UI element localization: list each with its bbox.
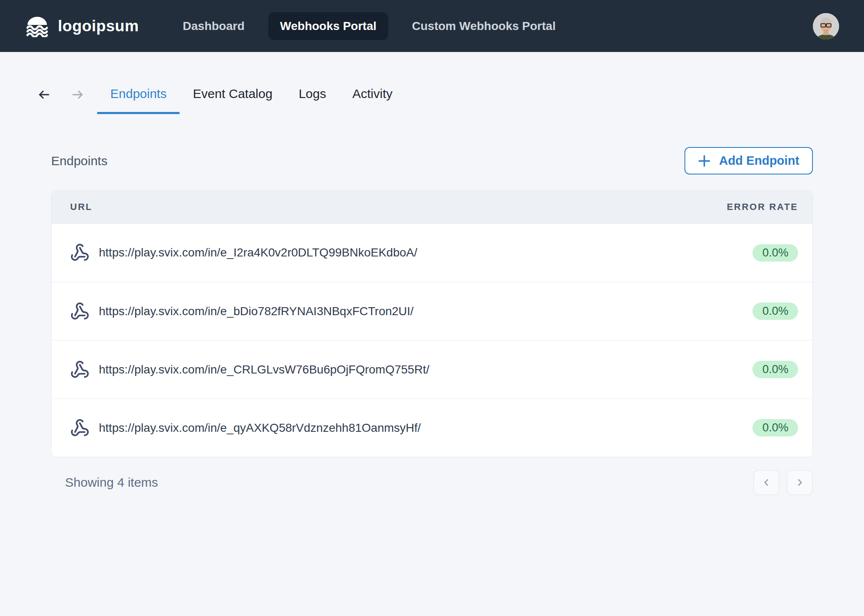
arrow-left-icon[interactable] — [38, 88, 50, 101]
tab-logs[interactable]: Logs — [286, 75, 339, 114]
user-avatar[interactable] — [813, 13, 839, 39]
prev-page-button[interactable] — [753, 470, 780, 495]
add-endpoint-button[interactable]: Add Endpoint — [684, 147, 813, 174]
webhook-icon — [70, 360, 90, 379]
webhook-icon — [70, 302, 90, 321]
table-row[interactable]: https://play.svix.com/in/e_bDio782fRYNAI… — [52, 282, 812, 340]
error-rate-badge: 0.0% — [752, 419, 798, 436]
endpoint-url: https://play.svix.com/in/e_bDio782fRYNAI… — [99, 305, 414, 318]
page-title: Endpoints — [51, 154, 107, 168]
table-row[interactable]: https://play.svix.com/in/e_qyAXKQ58rVdzn… — [52, 398, 812, 457]
section-header: Endpoints Add Endpoint — [51, 147, 813, 174]
logoipsum-logo-icon — [25, 15, 49, 37]
endpoint-url: https://play.svix.com/in/e_I2ra4K0v2r0DL… — [99, 246, 417, 259]
tab-activity[interactable]: Activity — [339, 75, 406, 114]
brand-name: logoipsum — [58, 17, 139, 35]
tab-endpoints[interactable]: Endpoints — [97, 75, 180, 114]
pagination — [753, 470, 813, 495]
table-header-row: URL ERROR RATE — [52, 191, 812, 224]
endpoint-url: https://play.svix.com/in/e_CRLGLvsW76Bu6… — [99, 363, 429, 376]
top-navbar: logoipsum Dashboard Webhooks Portal Cust… — [0, 0, 864, 52]
nav-item-custom-webhooks-portal[interactable]: Custom Webhooks Portal — [400, 12, 567, 40]
history-arrows — [38, 88, 84, 101]
column-header-error-rate: ERROR RATE — [727, 202, 798, 213]
plus-icon — [698, 155, 711, 167]
error-rate-badge: 0.0% — [752, 303, 798, 320]
table-row[interactable]: https://play.svix.com/in/e_CRLGLvsW76Bu6… — [52, 340, 812, 398]
webhook-icon — [70, 418, 90, 438]
add-endpoint-label: Add Endpoint — [719, 154, 799, 168]
main-content: Endpoints Event Catalog Logs Activity En… — [0, 75, 864, 495]
endpoint-url: https://play.svix.com/in/e_qyAXKQ58rVdzn… — [99, 421, 421, 435]
webhook-icon — [70, 243, 90, 262]
column-header-url: URL — [70, 202, 93, 213]
table-row[interactable]: https://play.svix.com/in/e_I2ra4K0v2r0DL… — [52, 224, 812, 282]
next-page-button[interactable] — [787, 470, 813, 495]
brand[interactable]: logoipsum — [25, 15, 139, 37]
nav-item-dashboard[interactable]: Dashboard — [171, 12, 256, 40]
arrow-right-icon[interactable] — [71, 88, 84, 101]
primary-nav: Dashboard Webhooks Portal Custom Webhook… — [171, 12, 568, 40]
table-footer: Showing 4 items — [51, 470, 813, 495]
error-rate-badge: 0.0% — [752, 244, 798, 262]
chevron-right-icon — [795, 478, 804, 487]
error-rate-badge: 0.0% — [752, 361, 798, 378]
items-count-label: Showing 4 items — [51, 475, 158, 490]
nav-item-webhooks-portal[interactable]: Webhooks Portal — [268, 12, 388, 40]
chevron-left-icon — [762, 478, 771, 487]
tab-event-catalog[interactable]: Event Catalog — [180, 75, 285, 114]
endpoints-table: URL ERROR RATE https://play.svix.com/in/… — [51, 191, 813, 457]
tab-bar: Endpoints Event Catalog Logs Activity — [38, 75, 813, 114]
